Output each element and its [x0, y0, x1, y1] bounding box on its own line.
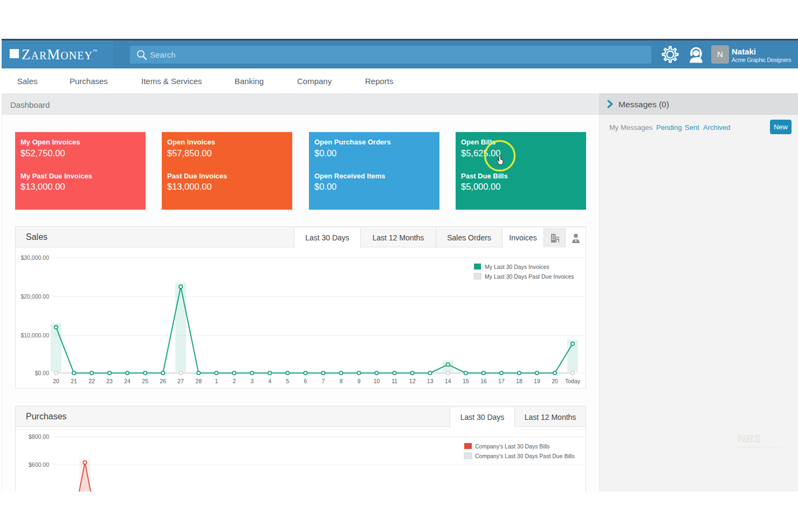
svg-text:3: 3	[250, 378, 253, 384]
svg-text:20: 20	[552, 378, 558, 384]
svg-text:20: 20	[53, 378, 59, 384]
svg-text:17: 17	[498, 378, 505, 384]
svg-text:9: 9	[357, 378, 361, 384]
svg-text:$0.00: $0.00	[35, 370, 49, 376]
svg-text:10: 10	[374, 378, 380, 384]
svg-text:22: 22	[88, 378, 95, 384]
svg-text:14: 14	[445, 378, 451, 384]
svg-text:25: 25	[142, 378, 148, 384]
svg-text:$800.00: $800.00	[29, 433, 49, 440]
svg-text:11: 11	[391, 378, 397, 384]
svg-text:8: 8	[340, 378, 343, 384]
svg-text:28: 28	[195, 378, 202, 384]
svg-text:Company's Last 30 Days Past Du: Company's Last 30 Days Past Due Bills	[475, 453, 575, 459]
svg-text:12: 12	[409, 378, 416, 384]
svg-text:27: 27	[177, 378, 184, 384]
svg-text:Company's Last 30 Days Bills: Company's Last 30 Days Bills	[475, 443, 550, 450]
svg-text:16: 16	[480, 378, 487, 384]
svg-text:My Last 30 Days Past Due Invoi: My Last 30 Days Past Due Invoices	[485, 273, 574, 280]
svg-text:23: 23	[106, 378, 113, 384]
svg-text:$600.00: $600.00	[29, 461, 49, 468]
svg-text:24: 24	[124, 378, 130, 384]
svg-text:2: 2	[232, 378, 236, 384]
svg-text:$20,000.00: $20,000.00	[20, 293, 49, 300]
svg-text:5: 5	[286, 378, 289, 384]
svg-text:$30,000.00: $30,000.00	[20, 254, 49, 261]
svg-text:4: 4	[268, 378, 271, 384]
svg-text:13: 13	[427, 378, 434, 384]
svg-text:$10,000.00: $10,000.00	[20, 332, 49, 338]
svg-text:Today: Today	[565, 378, 581, 384]
svg-text:15: 15	[463, 378, 469, 384]
svg-text:My Last 30 Days Invoices: My Last 30 Days Invoices	[485, 264, 549, 270]
svg-text:6: 6	[304, 378, 307, 384]
svg-text:18: 18	[516, 378, 522, 384]
svg-text:7: 7	[322, 378, 325, 384]
svg-text:21: 21	[71, 378, 77, 384]
svg-text:1: 1	[215, 378, 218, 384]
svg-text:19: 19	[534, 378, 540, 384]
svg-text:26: 26	[160, 378, 166, 384]
